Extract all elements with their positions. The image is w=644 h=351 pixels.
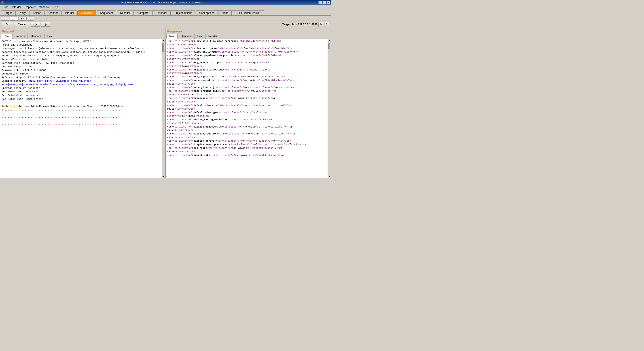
window-title: Burp Suite Professional v1.7.31 - Tempor… [4,1,318,4]
response-tab-hex[interactable]: Hex [194,34,205,39]
target-label: Target: http://127.0.0.1:8080 [282,23,318,26]
sub-tab-3[interactable]: 3 × [18,17,26,21]
request-scrollbar[interactable]: ▲ ▼ [162,39,165,178]
request-header: Request [0,28,165,34]
response-body[interactable]: <tr><td class="e">allow_call_time_pass_r… [166,39,328,178]
main-content: Request Raw Params Headers Hex POST /blu… [0,28,331,178]
close-button[interactable]: ✕ [326,1,330,4]
sub-tab-2-label: 2 [12,17,14,20]
response-tab-render[interactable]: Render [206,34,220,39]
tab-scanner[interactable]: Scanner [44,10,61,16]
response-panel: Response Raw Headers Hex Render <tr><td … [166,28,331,178]
request-tab-raw[interactable]: Raw [1,34,12,39]
menu-burp[interactable]: Burp [1,5,10,9]
tab-spider[interactable]: Spider [30,10,44,16]
menu-intruder[interactable]: Intruder [10,5,23,9]
tab-sequencer[interactable]: Sequencer [96,10,116,16]
sub-tab-3-label: 3 [21,17,22,20]
tab-alerts[interactable]: Alerts [218,10,232,16]
nav-back-button[interactable]: < |▼ [31,22,40,27]
request-body[interactable]: POST /bluecms-master/bluecms-master/user… [0,39,162,178]
close-tab-3[interactable]: × [23,18,24,20]
repeater-sub-tabs: 1 × 2 × 3 × ... [0,16,331,21]
response-label: Response [167,30,182,33]
repeater-toolbar: Go Cancel < |▼ > |▼ Target: http://127.0… [0,21,331,28]
request-content: POST /bluecms-master/bluecms-master/user… [0,39,165,178]
request-panel: Request Raw Params Headers Hex POST /blu… [0,28,166,178]
scroll-down-arrow[interactable]: ▼ [162,175,165,178]
app-icon: 🔴 [1,1,4,4]
tab-intruder[interactable]: Intruder [62,10,77,16]
go-button[interactable]: Go [2,22,13,27]
edit-icon: ✎ [320,23,322,26]
response-header: Response [166,28,331,34]
response-scroll-down[interactable]: ▼ [328,175,331,178]
sub-tab-1[interactable]: 1 × [1,17,9,21]
nav-forward-button[interactable]: > |▼ [41,22,50,27]
sub-tab-1-label: 1 [3,17,5,20]
menu-help[interactable]: Help [51,5,60,9]
tab-target[interactable]: Target [1,10,15,16]
menu-bar: Burp Intruder Repeater Window Help [0,5,331,10]
request-label: Request [2,30,14,33]
close-tab-2[interactable]: × [14,18,16,20]
tab-decoder[interactable]: Decoder [117,10,134,16]
sub-tab-more[interactable]: ... [27,17,34,21]
response-tabs: Raw Headers Hex Render [166,34,331,39]
scroll-thumb[interactable] [162,43,164,52]
more-tabs-label: ... [30,17,32,20]
sub-tab-2[interactable]: 2 × [10,17,18,21]
response-scrollbar[interactable]: ▲ ▼ [328,39,331,178]
response-scroll-up[interactable]: ▲ [328,39,331,42]
title-bar: 🔴 Burp Suite Professional v1.7.31 - Temp… [0,0,331,5]
nav-back-icon: < |▼ [33,23,38,26]
request-tabs: Raw Params Headers Hex [0,34,165,39]
response-tab-headers[interactable]: Headers [178,34,194,39]
tab-project-options[interactable]: Project options [171,10,196,16]
maximize-button[interactable]: □ [322,1,326,4]
request-method-line: POST /bluecms-master/bluecms-master/user… [2,40,145,133]
help-button[interactable]: ? [324,22,329,27]
window-controls[interactable]: _ □ ✕ [318,1,330,4]
close-tab-1[interactable]: × [5,18,7,20]
nav-forward-icon: > |▼ [43,23,48,26]
minimize-button[interactable]: _ [318,1,322,4]
menu-window[interactable]: Window [38,5,51,9]
tab-comparer[interactable]: Comparer [134,10,153,16]
help-icon: ? [326,23,328,26]
cancel-button[interactable]: Cancel [14,22,30,27]
menu-repeater[interactable]: Repeater [23,5,38,9]
tab-extender[interactable]: Extender [153,10,170,16]
request-tab-hex[interactable]: Hex [44,34,55,39]
request-tab-headers[interactable]: Headers [28,34,44,39]
tab-user-options[interactable]: User options [196,10,218,16]
main-nav-tabs: Target Proxy Spider Scanner Intruder Rep… [0,10,331,16]
request-tab-params[interactable]: Params [12,34,28,39]
response-tab-raw[interactable]: Raw [166,34,178,39]
response-scroll-thumb[interactable] [328,43,330,49]
response-content: <tr><td class="e">allow_call_time_pass_r… [166,39,331,178]
response-xml-content: <tr><td class="e">allow_call_time_pass_r… [167,40,306,157]
tab-proxy[interactable]: Proxy [16,10,29,16]
scroll-up-arrow[interactable]: ▲ [162,39,165,42]
tab-repeater[interactable]: Repeater [78,10,96,16]
edit-target-button[interactable]: ✎ [318,22,323,27]
tab-csrf[interactable]: CSRF Token Tracker [232,10,264,16]
